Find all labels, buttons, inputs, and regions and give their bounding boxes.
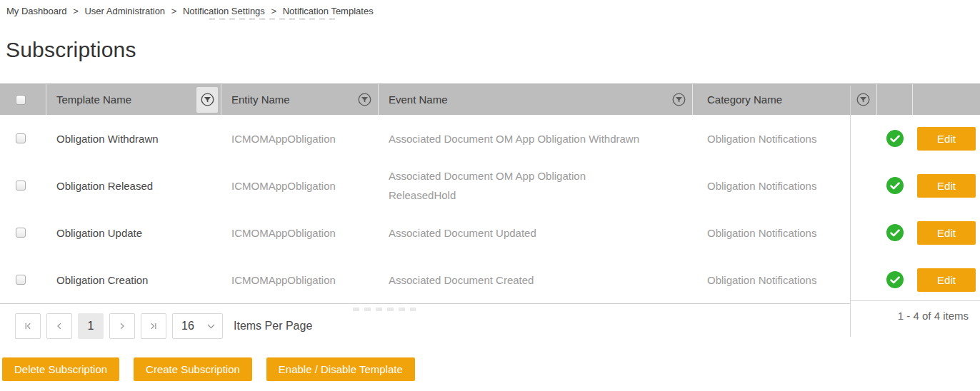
table-row: Obligation Creation ICMOMAppObligation A… [0, 256, 980, 303]
breadcrumb-user-administration[interactable]: User Administration [84, 6, 165, 16]
page-size-value: 16 [181, 320, 194, 332]
breadcrumb: My Dashboard > User Administration > Not… [0, 0, 980, 16]
header-entity-name: Entity Name [221, 84, 379, 115]
filter-event-name-button[interactable] [668, 87, 689, 113]
grid-resize-hint [353, 308, 416, 311]
cell-entity-name: ICMOMAppObligation [221, 162, 379, 209]
filter-icon [358, 93, 371, 106]
create-subscription-button[interactable]: Create Subscription [134, 357, 252, 381]
subscriptions-page: My Dashboard > User Administration > Not… [0, 0, 980, 391]
filter-icon [672, 93, 686, 106]
pager: 1 16 Items Per Page [15, 313, 980, 339]
edit-button[interactable]: Edit [917, 221, 976, 245]
items-per-page-label: Items Per Page [234, 320, 312, 332]
filter-category-name-button[interactable] [852, 87, 874, 113]
cell-template-name: Obligation Creation [46, 256, 221, 303]
cell-event-name: Associated Document OM App Obligation Wi… [389, 129, 639, 148]
pager-page-1-button[interactable]: 1 [78, 313, 104, 339]
breadcrumb-separator: > [73, 6, 79, 16]
cell-entity-name: ICMOMAppObligation [221, 209, 379, 256]
row-checkbox[interactable] [16, 133, 26, 143]
header-actions [913, 84, 980, 115]
chevron-down-icon [207, 324, 215, 329]
cell-template-name: Obligation Released [46, 162, 221, 209]
header-select-all-cell [0, 84, 46, 115]
breadcrumb-notification-settings[interactable]: Notification Settings [183, 6, 265, 16]
status-enabled-icon [886, 130, 904, 147]
pager-previous-button[interactable] [46, 313, 72, 339]
cell-event-name: Associated Document Created [389, 270, 534, 290]
page-title: Subscriptions [6, 39, 980, 61]
edit-button[interactable]: Edit [917, 268, 976, 292]
header-status [877, 84, 913, 115]
header-event-name: Event Name [379, 84, 693, 115]
chevron-right-icon [117, 321, 127, 331]
edit-button[interactable]: Edit [917, 127, 976, 151]
table-row: Obligation Withdrawn ICMOMAppObligation … [0, 115, 980, 162]
pager-range-info: 1 - 4 of 4 items [850, 300, 980, 337]
column-label-template-name: Template Name [56, 93, 131, 106]
cell-event-name: Associated Document OM App Obligation Re… [389, 166, 651, 205]
header-template-name: Template Name [46, 84, 221, 115]
bottom-actions: Delete Subscription Create Subscription … [2, 357, 980, 381]
pager-first-button[interactable] [15, 313, 41, 339]
filter-entity-name-button[interactable] [354, 87, 375, 113]
breadcrumb-separator: > [171, 6, 177, 16]
items-range-label: 1 - 4 of 4 items [898, 310, 969, 337]
subscriptions-grid: Template Name Entity Name [0, 83, 980, 304]
table-row: Obligation Released ICMOMAppObligation A… [0, 162, 980, 209]
chevron-left-icon [54, 321, 64, 331]
breadcrumb-notification-templates[interactable]: Notification Templates [283, 6, 374, 16]
table-row: Obligation Update ICMOMAppObligation Ass… [0, 209, 980, 256]
pager-last-button[interactable] [141, 313, 166, 339]
select-all-checkbox[interactable] [16, 95, 26, 105]
seek-first-icon [23, 321, 33, 331]
breadcrumb-separator: > [271, 6, 276, 16]
loading-indicator [209, 18, 339, 20]
row-checkbox[interactable] [16, 275, 26, 285]
cell-event-name: Associated Document Updated [389, 223, 536, 243]
locked-columns-divider [850, 86, 851, 337]
status-enabled-icon [886, 271, 904, 288]
filter-template-name-button[interactable] [196, 87, 218, 113]
breadcrumb-my-dashboard[interactable]: My Dashboard [6, 6, 67, 16]
status-enabled-icon [886, 177, 904, 194]
filter-icon [201, 93, 214, 106]
row-checkbox[interactable] [16, 228, 26, 238]
seek-last-icon [149, 321, 159, 331]
edit-button[interactable]: Edit [917, 174, 976, 198]
cell-entity-name: ICMOMAppObligation [221, 256, 379, 303]
column-label-entity-name: Entity Name [231, 93, 290, 106]
column-label-category-name: Category Name [707, 93, 782, 106]
delete-subscription-button[interactable]: Delete Subscription [2, 357, 119, 381]
status-enabled-icon [886, 224, 904, 241]
row-checkbox[interactable] [16, 181, 26, 191]
cell-template-name: Obligation Withdrawn [46, 115, 221, 162]
cell-template-name: Obligation Update [46, 209, 221, 256]
grid-body: Obligation Withdrawn ICMOMAppObligation … [0, 115, 980, 304]
column-label-event-name: Event Name [389, 93, 448, 106]
filter-icon [856, 93, 870, 106]
grid-header: Template Name Entity Name [0, 83, 980, 115]
enable-disable-template-button[interactable]: Enable / Disable Template [266, 357, 415, 381]
page-size-dropdown[interactable]: 16 [172, 313, 223, 339]
cell-entity-name: ICMOMAppObligation [221, 115, 379, 162]
pager-next-button[interactable] [109, 313, 135, 339]
